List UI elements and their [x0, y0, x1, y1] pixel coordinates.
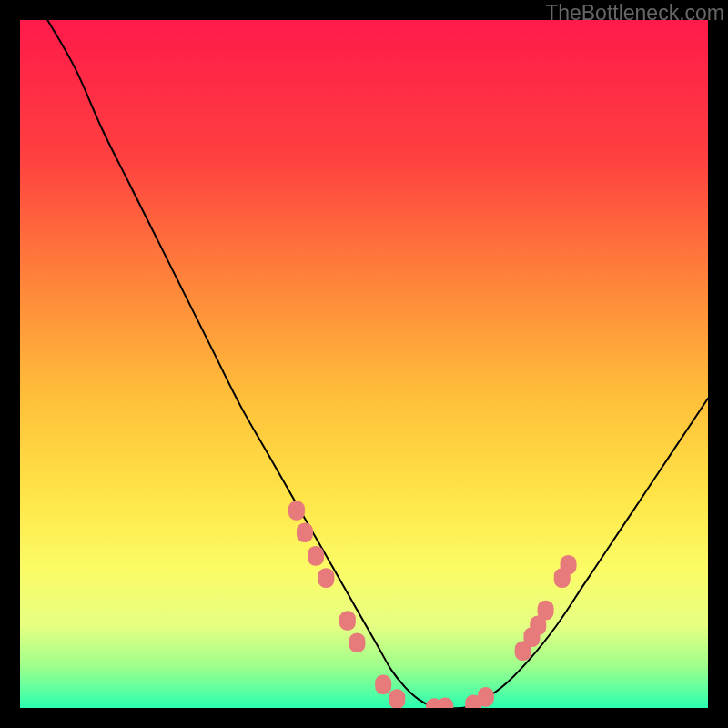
data-marker: [538, 601, 554, 621]
data-marker: [561, 555, 577, 575]
data-marker: [318, 568, 334, 588]
bottleneck-curve-chart: [20, 20, 708, 708]
data-marker: [349, 632, 365, 652]
gradient-background: [20, 20, 708, 708]
data-marker: [339, 611, 356, 631]
data-marker: [389, 689, 405, 708]
data-marker: [308, 546, 324, 566]
chart-frame: TheBottleneck.com: [0, 0, 728, 728]
data-marker: [288, 500, 305, 521]
data-marker: [478, 687, 494, 707]
data-marker: [297, 522, 313, 542]
watermark-text: TheBottleneck.com: [545, 1, 724, 25]
data-marker: [375, 675, 391, 695]
plot-area: [20, 20, 708, 708]
